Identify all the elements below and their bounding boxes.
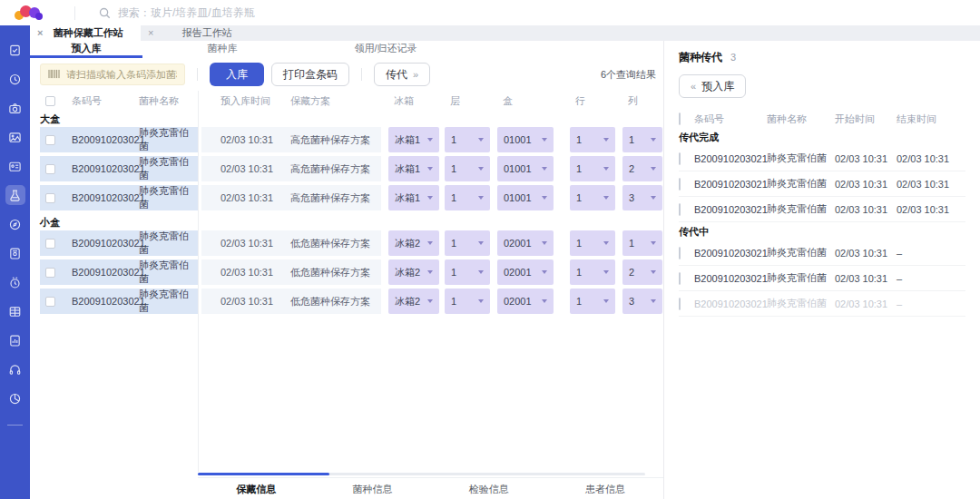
task-board-icon[interactable] <box>5 40 25 60</box>
image-icon[interactable] <box>5 127 25 147</box>
chevron-down-icon <box>542 138 547 142</box>
chevron-down-icon <box>603 196 609 200</box>
fridge-select[interactable]: 冰箱1 <box>388 185 439 210</box>
passage-button[interactable]: 传代 » <box>374 63 430 86</box>
row-checkbox[interactable] <box>45 164 55 174</box>
row-checkbox[interactable] <box>45 297 55 307</box>
layer-select[interactable]: 1 <box>445 259 490 285</box>
cell-plan: 高危菌种保存方案 <box>290 133 381 147</box>
fridge-select[interactable]: 冰箱2 <box>388 289 439 314</box>
subtab-pre-storage[interactable]: 预入库 <box>30 41 142 58</box>
panel-row[interactable]: B200910203021 肺炎克雷伯菌 02/03 10:31 02/03 1… <box>679 146 965 171</box>
compass-icon[interactable] <box>5 214 25 234</box>
col-select[interactable]: 2 <box>622 259 662 285</box>
row-checkbox[interactable] <box>679 298 681 310</box>
row-checkbox[interactable] <box>45 193 55 203</box>
table-row[interactable]: B200910203021肺炎克雷伯菌 02/03 10:31高危菌种保存方案 … <box>40 185 663 210</box>
passage-count-badge: 3 <box>730 52 736 63</box>
row-checkbox[interactable] <box>45 135 55 145</box>
print-box-barcode-button[interactable]: 打印盒条码 <box>271 63 349 86</box>
box-select[interactable]: 02001 <box>497 259 554 285</box>
row-select[interactable]: 1 <box>570 156 615 181</box>
layer-select[interactable]: 1 <box>445 156 490 181</box>
tab-patient-info[interactable]: 患者信息 <box>547 483 663 499</box>
fridge-select[interactable]: 冰箱2 <box>388 259 439 285</box>
table-row[interactable]: B200910203021肺炎克雷伯菌 02/03 10:31高危菌种保存方案 … <box>40 156 663 181</box>
panel-row[interactable]: B200910203021 肺炎克雷伯菌 02/03 10:31 02/03 1… <box>679 171 965 197</box>
row-select[interactable]: 1 <box>570 185 615 210</box>
tab-report-station[interactable]: × 报告工作站 <box>141 25 268 41</box>
tab-preservation-info[interactable]: 保藏信息 <box>198 483 314 499</box>
col-select[interactable]: 3 <box>622 185 662 210</box>
alarm-icon[interactable] <box>5 272 25 292</box>
layer-select[interactable]: 1 <box>445 185 490 210</box>
store-button[interactable]: 入库 <box>210 63 264 86</box>
row-checkbox[interactable] <box>679 203 681 216</box>
row-checkbox[interactable] <box>679 247 681 259</box>
tab-strain-info[interactable]: 菌种信息 <box>314 483 430 499</box>
layer-select[interactable]: 1 <box>445 230 490 256</box>
table-row[interactable]: B200910203021肺炎克雷伯菌 02/03 10:31高危菌种保存方案 … <box>40 127 663 152</box>
row-select[interactable]: 1 <box>570 230 615 256</box>
panel-row[interactable]: B200910203021 肺炎克雷伯菌 02/03 10:31 – <box>679 240 965 266</box>
camera-icon[interactable] <box>5 98 25 118</box>
layer-select[interactable]: 1 <box>445 127 490 152</box>
cell-name: 肺炎克雷伯菌 <box>767 297 835 310</box>
table-row[interactable]: B200910203021肺炎克雷伯菌 02/03 10:31低危菌种保存方案 … <box>40 289 663 314</box>
subtab-borrow-return-records[interactable]: 领用/归还记录 <box>302 41 469 58</box>
chevron-down-icon <box>651 138 656 142</box>
table-row[interactable]: B200910203021肺炎克雷伯菌 02/03 10:31低危菌种保存方案 … <box>40 230 663 256</box>
tab-strain-preservation-station[interactable]: × 菌种保藏工作站 <box>30 25 141 41</box>
col-select[interactable]: 1 <box>622 230 662 256</box>
horizontal-scrollbar-thumb[interactable] <box>198 473 329 475</box>
col-select[interactable]: 3 <box>622 289 662 314</box>
select-all-checkbox[interactable] <box>45 96 55 106</box>
row-checkbox[interactable] <box>679 272 681 285</box>
tab-label: 报告工作站 <box>153 26 260 40</box>
box-select[interactable]: 01001 <box>497 185 554 210</box>
layer-select[interactable]: 1 <box>445 289 490 314</box>
chevron-down-icon <box>651 270 656 274</box>
chevron-down-icon <box>427 167 433 171</box>
col-time: 预入库时间 <box>201 94 290 108</box>
barcode-scan-input[interactable]: 请扫描或输入条码添加菌种 <box>40 64 185 85</box>
row-checkbox[interactable] <box>679 152 681 165</box>
fridge-select[interactable]: 冰箱1 <box>388 156 439 181</box>
panel-row[interactable]: B200910203021 肺炎克雷伯菌 02/03 10:31 – <box>679 291 965 317</box>
col-select[interactable]: 1 <box>622 127 662 152</box>
cell-end: 02/03 10:31 <box>897 179 965 190</box>
flask-icon[interactable] <box>5 185 25 205</box>
clock-icon[interactable] <box>5 69 25 89</box>
row-select[interactable]: 1 <box>570 289 615 314</box>
back-to-pre-storage-button[interactable]: « 预入库 <box>679 74 746 98</box>
row-checkbox[interactable] <box>45 239 55 249</box>
fridge-select[interactable]: 冰箱1 <box>388 127 439 152</box>
row-select[interactable]: 1 <box>570 127 615 152</box>
headset-icon[interactable] <box>5 359 25 379</box>
panel-row[interactable]: B200910203021 肺炎克雷伯菌 02/03 10:31 – <box>679 266 965 291</box>
id-card-icon[interactable] <box>5 156 25 176</box>
row-checkbox[interactable] <box>679 178 681 191</box>
box-select[interactable]: 02001 <box>497 230 554 256</box>
box-select[interactable]: 02001 <box>497 289 554 314</box>
col-fridge: 冰箱 <box>388 91 439 111</box>
pie-chart-icon[interactable] <box>5 388 25 408</box>
panel-row[interactable]: B200910203021 肺炎克雷伯菌 02/03 10:31 02/03 1… <box>679 197 965 222</box>
global-search[interactable]: 搜索：玻片/培养皿/血培养瓶 <box>99 5 255 21</box>
box-select[interactable]: 01001 <box>497 127 554 152</box>
col-col: 列 <box>622 91 662 111</box>
subtab-strain-library[interactable]: 菌种库 <box>142 41 302 58</box>
document-gear-icon[interactable] <box>5 243 25 263</box>
report-chart-icon[interactable] <box>5 330 25 350</box>
chevron-down-icon <box>651 167 656 171</box>
fridge-select[interactable]: 冰箱2 <box>388 230 439 256</box>
table-grid-icon[interactable] <box>5 301 25 321</box>
row-checkbox[interactable] <box>45 268 55 278</box>
box-select[interactable]: 01001 <box>497 156 554 181</box>
col-select[interactable]: 2 <box>622 156 662 181</box>
tab-inspection-info[interactable]: 检验信息 <box>431 483 547 499</box>
row-select[interactable]: 1 <box>570 259 615 285</box>
chevron-down-icon <box>603 270 609 274</box>
table-row[interactable]: B200910203021肺炎克雷伯菌 02/03 10:31低危菌种保存方案 … <box>40 259 663 285</box>
select-all-checkbox[interactable] <box>679 113 681 125</box>
